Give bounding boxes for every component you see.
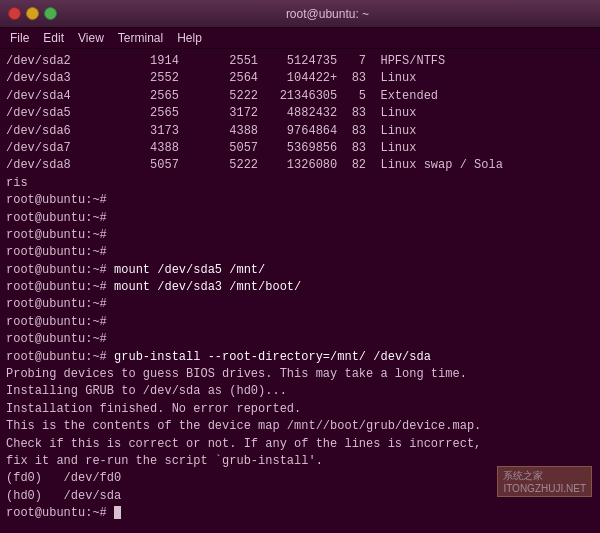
terminal-line: root@ubuntu:~#	[6, 210, 594, 227]
terminal-line: Installing GRUB to /dev/sda as (hd0)...	[6, 383, 594, 400]
terminal-line: /dev/sda3 2552 2564 104422+ 83 Linux	[6, 70, 594, 87]
terminal-line: Installation finished. No error reported…	[6, 401, 594, 418]
terminal-line: root@ubuntu:~# mount /dev/sda3 /mnt/boot…	[6, 279, 594, 296]
menu-item-terminal[interactable]: Terminal	[112, 30, 169, 46]
minimize-button[interactable]	[26, 7, 39, 20]
terminal-line: /dev/sda7 4388 5057 5369856 83 Linux	[6, 140, 594, 157]
terminal-line: Check if this is correct or not. If any …	[6, 436, 594, 453]
terminal-line: /dev/sda8 5057 5222 1326080 82 Linux swa…	[6, 157, 594, 174]
terminal-line: root@ubuntu:~# grub-install --root-direc…	[6, 349, 594, 366]
terminal-line: /dev/sda4 2565 5222 21346305 5 Extended	[6, 88, 594, 105]
menu-item-view[interactable]: View	[72, 30, 110, 46]
terminal-line: root@ubuntu:~#	[6, 192, 594, 209]
terminal-line: /dev/sda6 3173 4388 9764864 83 Linux	[6, 123, 594, 140]
menubar: FileEditViewTerminalHelp	[0, 28, 600, 49]
traffic-lights	[8, 7, 57, 20]
terminal-line: root@ubuntu:~#	[6, 331, 594, 348]
maximize-button[interactable]	[44, 7, 57, 20]
menu-item-help[interactable]: Help	[171, 30, 208, 46]
terminal-output[interactable]: /dev/sda2 1914 2551 5124735 7 HPFS/NTFS/…	[0, 49, 600, 532]
terminal-line: root@ubuntu:~# mount /dev/sda5 /mnt/	[6, 262, 594, 279]
terminal-line: This is the contents of the device map /…	[6, 418, 594, 435]
terminal-line: root@ubuntu:~#	[6, 244, 594, 261]
terminal-line: root@ubuntu:~#	[6, 227, 594, 244]
terminal-line: root@ubuntu:~#	[6, 505, 594, 522]
titlebar: root@ubuntu: ~	[0, 0, 600, 28]
terminal-line: /dev/sda5 2565 3172 4882432 83 Linux	[6, 105, 594, 122]
terminal-line: ris	[6, 175, 594, 192]
menu-item-edit[interactable]: Edit	[37, 30, 70, 46]
menu-item-file[interactable]: File	[4, 30, 35, 46]
terminal-line: root@ubuntu:~#	[6, 314, 594, 331]
terminal-line: Probing devices to guess BIOS drives. Th…	[6, 366, 594, 383]
terminal-cursor	[114, 506, 121, 519]
window-title: root@ubuntu: ~	[63, 7, 592, 21]
terminal-line: root@ubuntu:~#	[6, 296, 594, 313]
close-button[interactable]	[8, 7, 21, 20]
terminal-line: /dev/sda2 1914 2551 5124735 7 HPFS/NTFS	[6, 53, 594, 70]
watermark: 系统之家ITONGZHUJI.NET	[497, 466, 592, 497]
